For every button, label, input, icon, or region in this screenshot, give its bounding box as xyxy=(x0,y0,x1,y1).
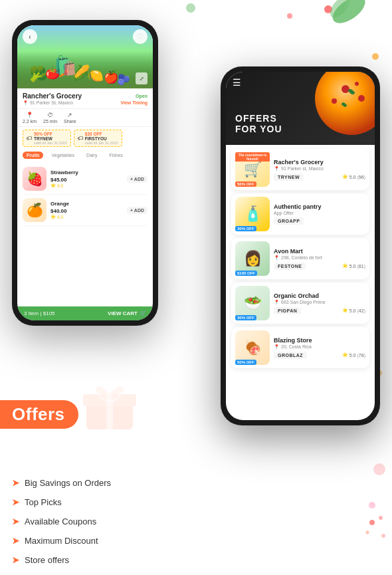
arrow-icon-1: ➤ xyxy=(12,478,19,488)
feature-list: ➤ Big Savings on Orders ➤ Top Picks ➤ Av… xyxy=(12,478,111,565)
coupon-1[interactable]: 🏷 50% OFF TRYNEW valid till Jan 31,2022 xyxy=(23,130,71,147)
left-phone: 🥦 🍅 🥕 🌽 🍋 🍎 🫐 🛍️ ‹ ♡ ⤢ Rancher's Groc xyxy=(12,20,158,326)
svg-point-5 xyxy=(366,531,369,534)
product-image: 🍓 xyxy=(23,167,47,191)
offer-addr-3: 📍 298, Conteto de fort xyxy=(274,255,365,261)
offer-bottom-4: PIGPAN ⭐ 5.0 (42) xyxy=(274,307,365,314)
add-to-cart[interactable]: + ADD xyxy=(127,175,147,183)
offer-badge-4: 30% OFF xyxy=(235,315,256,320)
offer-bottom-3: FESTONE ⭐ 5.0 (81) xyxy=(274,263,365,270)
svg-point-3 xyxy=(369,520,375,525)
svg-rect-9 xyxy=(106,394,113,429)
cart-info: 3 Item | $105 xyxy=(24,310,55,316)
feature-store-offers: ➤ Store offers xyxy=(12,555,111,565)
right-hero: ☰ OFFERS FOR YOU xyxy=(226,72,375,145)
left-hero-image: 🥦 🍅 🥕 🌽 🍋 🍎 🫐 🛍️ ‹ ♡ ⤢ xyxy=(17,25,153,88)
offer-code-2[interactable]: GROAPP xyxy=(274,217,304,225)
offer-image-wrap-3: 👩 $100 OFF xyxy=(235,241,270,276)
offer-bottom-5: GROBLAZ ⭐ 5.0 (78) xyxy=(274,352,365,359)
menu-icon[interactable]: ☰ xyxy=(233,77,241,88)
offer-details-5: Blazing Store 📍 20, Costa Rica GROBLAZ ⭐… xyxy=(274,337,365,359)
store-status: Open xyxy=(136,94,147,98)
feature-coupons: ➤ Available Coupons xyxy=(12,517,111,526)
product-rating: ⭐ 4.0 xyxy=(50,183,123,188)
store-address: 📍 91 Parker St, Maxico xyxy=(23,100,73,106)
arrow-icon-2: ➤ xyxy=(12,497,19,507)
svg-point-4 xyxy=(379,516,383,520)
tab-fishes[interactable]: Fishes xyxy=(105,152,127,159)
right-phone: ☰ OFFERS FOR YOU 🛒 The countdown is fini… xyxy=(221,66,380,425)
coupon-2[interactable]: 🏷 $20 OFF FIRSTYOU valid till Jan 31,202… xyxy=(74,130,122,147)
offer-card-5[interactable]: 🍖 50% OFF Blazing Store 📍 20, Costa Rica… xyxy=(231,327,369,368)
feature-max-discount: ➤ Maximum Discount xyxy=(12,536,111,546)
add-to-cart-2[interactable]: + ADD xyxy=(127,207,147,214)
offer-details-4: Organic Orchad 📍 663 San Diego Prime PIG… xyxy=(274,292,365,314)
product-details-2: Orange $40.00 ⭐ 4.0 xyxy=(50,201,123,219)
favorite-button[interactable]: ♡ xyxy=(133,29,147,44)
distance-info: 📍 2.2 km xyxy=(23,112,37,124)
offer-image-wrap-1: 🛒 The countdown is finishd! 50% OFF xyxy=(235,152,270,187)
product-details: Strawberry $45.00 ⭐ 4.0 xyxy=(50,170,123,188)
offer-name-5: Blazing Store xyxy=(274,337,365,344)
offer-rating-4: ⭐ 5.0 (42) xyxy=(342,308,365,313)
gift-decoration xyxy=(80,380,140,435)
offer-badge-3: $100 OFF xyxy=(235,271,257,276)
offer-bottom-1: TRYNEW ⭐ 5.0 (96) xyxy=(274,173,365,181)
offer-addr-5: 📍 20, Costa Rica xyxy=(274,344,365,350)
arrow-icon-5: ➤ xyxy=(12,555,19,565)
tab-dairy[interactable]: Dairy xyxy=(82,152,101,159)
offer-code-3[interactable]: FESTONE xyxy=(274,263,306,270)
product-list: 🍓 Strawberry $45.00 ⭐ 4.0 + ADD 🍊 xyxy=(17,161,153,306)
store-name: Rancher's Grocery xyxy=(23,92,82,100)
offer-code-4[interactable]: PIGPAN xyxy=(274,307,301,314)
offer-rating-5: ⭐ 5.0 (78) xyxy=(342,352,365,358)
offer-card-1[interactable]: 🛒 The countdown is finishd! 50% OFF Rach… xyxy=(231,149,369,190)
offer-code-1[interactable]: TRYNEW xyxy=(274,173,304,181)
offer-image-wrap-5: 🍖 50% OFF xyxy=(235,330,270,365)
tab-vegetables[interactable]: Vegetables xyxy=(47,152,78,159)
offer-name-1: Racher's Grocery xyxy=(274,159,365,166)
offer-rating-1: ⭐ 5.0 (96) xyxy=(342,174,365,179)
view-timing-link[interactable]: View Timing xyxy=(120,100,147,105)
svg-point-6 xyxy=(381,534,385,538)
offer-bottom-2: GROAPP xyxy=(274,217,365,225)
offers-list: 🛒 The countdown is finishd! 50% OFF Rach… xyxy=(226,145,375,420)
offer-badge-5: 50% OFF xyxy=(235,360,256,365)
category-tabs: Fruits Vegetables Dairy Fishes xyxy=(17,150,153,161)
store-meta: 📍 2.2 km ⏱ 25 min ↗ Share xyxy=(17,108,153,127)
pizza-image xyxy=(315,72,375,135)
arrow-icon-3: ➤ xyxy=(12,517,19,526)
product-orange: 🍊 Orange $40.00 ⭐ 4.0 + ADD xyxy=(23,195,147,226)
offer-card-3[interactable]: 👩 $100 OFF Avon Mart 📍 298, Conteto de f… xyxy=(231,238,369,279)
share-info[interactable]: ↗ Share xyxy=(64,112,76,124)
back-button[interactable]: ‹ xyxy=(23,29,37,44)
countdown-text: The countdown is finishd! xyxy=(235,152,270,162)
offer-card-2[interactable]: 🧴 30% OFF Authentic pantry App Offer GRO… xyxy=(231,193,369,235)
hero-text: OFFERS FOR YOU xyxy=(235,114,282,134)
product-image-2: 🍊 xyxy=(23,198,47,222)
offer-addr-2: App Offer xyxy=(274,211,365,215)
product-rating-2: ⭐ 4.0 xyxy=(50,214,123,219)
offer-details-1: Racher's Grocery 📍 91 Parker st, Maxico … xyxy=(274,159,365,181)
expand-button[interactable]: ⤢ xyxy=(136,72,147,84)
coupon-row: 🏷 50% OFF TRYNEW valid till Jan 31,2022 … xyxy=(17,127,153,150)
offer-badge-1: 50% OFF xyxy=(235,181,256,187)
offer-name-4: Organic Orchad xyxy=(274,292,365,299)
offer-image-wrap-4: 🥗 30% OFF xyxy=(235,286,270,320)
offers-section: Offers xyxy=(0,400,78,429)
offer-code-5[interactable]: GROBLAZ xyxy=(274,352,307,359)
offer-addr-4: 📍 663 San Diego Prime xyxy=(274,300,365,305)
offer-details-3: Avon Mart 📍 298, Conteto de fort FESTONE… xyxy=(274,248,365,270)
offer-details-2: Authentic pantry App Offer GROAPP xyxy=(274,203,365,225)
offer-name-3: Avon Mart xyxy=(274,248,365,255)
cart-bar[interactable]: 3 Item | $105 VIEW CART 🛒 xyxy=(17,306,153,320)
view-cart-button[interactable]: VIEW CART 🛒 xyxy=(108,310,146,316)
offer-addr-1: 📍 91 Parker st, Maxico xyxy=(274,166,365,172)
tab-fruits[interactable]: Fruits xyxy=(23,152,43,159)
offer-name-2: Authentic pantry xyxy=(274,203,365,210)
offers-label: Offers xyxy=(12,404,65,424)
feature-big-savings: ➤ Big Savings on Orders xyxy=(12,478,111,488)
offer-rating-3: ⭐ 5.0 (81) xyxy=(342,263,365,269)
time-info: ⏱ 25 min xyxy=(43,112,57,124)
offer-card-4[interactable]: 🥗 30% OFF Organic Orchad 📍 663 San Diego… xyxy=(231,283,369,324)
